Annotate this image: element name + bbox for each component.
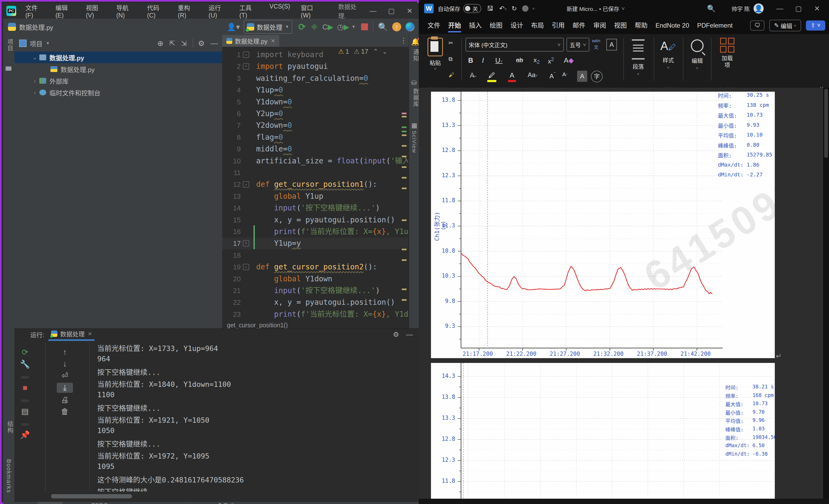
menu-导航(N)[interactable]: 导航(N) <box>111 3 142 19</box>
tool-strip-database[interactable]: 数据库 <box>411 88 420 107</box>
debug-icon[interactable]: 🞜 <box>311 22 318 32</box>
kebab-menu-icon[interactable]: ⋮ <box>400 36 407 45</box>
code-line[interactable]: 21 input('按下空格键继续...') <box>222 285 408 296</box>
tool-strip-notifications[interactable]: 通知 <box>411 49 420 62</box>
folder-icon[interactable] <box>6 66 11 71</box>
code-line[interactable]: 13 global Y1up <box>222 190 408 202</box>
profiler-icon[interactable]: ◷▶ <box>337 23 350 31</box>
coverage-icon[interactable]: C▶ <box>322 23 333 31</box>
tab-开始[interactable]: 开始 <box>444 17 465 34</box>
error-stripe[interactable] <box>400 47 408 321</box>
tab-邮件[interactable]: 邮件 <box>569 17 589 34</box>
word-maximize-button[interactable]: ▢ <box>789 4 808 13</box>
word-document-canvas[interactable]: 13.813.312.812.311.811.310.810.39.89.321… <box>419 88 829 504</box>
copy-icon[interactable]: ⧉ <box>448 56 453 62</box>
update-icon[interactable]: ↑ <box>392 22 401 31</box>
chevron-down-icon[interactable]: ˅ <box>532 6 535 11</box>
code-line[interactable]: 11 <box>222 167 408 179</box>
change-case-button[interactable]: Aa˅ <box>528 71 538 79</box>
menu-VCS(S)[interactable]: VCS(S) <box>264 3 295 19</box>
hide-panel-icon[interactable]: — <box>406 330 413 339</box>
code-line[interactable]: 20 global Y1down <box>222 273 408 285</box>
locate-file-icon[interactable]: ⊕ <box>157 39 164 48</box>
shrink-font-button[interactable]: Aˇ <box>562 71 568 79</box>
print-icon[interactable]: 🖨 <box>57 395 73 404</box>
notification-bell-icon[interactable]: 🔔 <box>411 38 420 46</box>
word-minimize-button[interactable]: — <box>770 4 789 13</box>
tool-strip-bookmarks[interactable]: Bookmarks <box>5 459 12 493</box>
gear-icon[interactable]: ⚙ <box>393 330 399 339</box>
menu-工具(T)[interactable]: 工具(T) <box>234 3 264 19</box>
menu-编辑(E)[interactable]: 编辑(E) <box>50 3 81 19</box>
tree-item[interactable]: 数据处理.py <box>14 63 222 75</box>
styles-button[interactable]: A🖊 样式 ˅ <box>658 39 679 70</box>
font-size-select[interactable]: 五号˅ <box>567 38 589 51</box>
fold-marker[interactable]: + <box>243 240 249 247</box>
code-line[interactable]: 6Y2up=0 <box>222 108 408 119</box>
code-line[interactable]: 5Y1down=0 <box>222 96 408 108</box>
code-line[interactable]: 16 print(f'当前光标位置: X={x}, Y1up= <box>222 226 408 238</box>
enclose-char-button[interactable]: 字 <box>591 71 603 82</box>
tree-expander[interactable]: › <box>30 89 39 96</box>
menu-代码(C)[interactable]: 代码(C) <box>142 3 173 19</box>
close-icon[interactable]: ✕ <box>271 38 275 44</box>
chevron-down-icon[interactable]: ▼ <box>46 41 50 46</box>
scroll-to-end-icon[interactable]: ⤓ <box>57 383 73 393</box>
fold-marker[interactable]: + <box>243 63 249 70</box>
code-line[interactable]: 22 x, y = pyautogui.position() <box>222 296 408 308</box>
toolwindow-stub[interactable]: ⚠ 问题 <box>132 502 151 504</box>
font-name-select[interactable]: 宋体 (中文正文)˅ <box>466 38 564 51</box>
code-line[interactable]: 23 print(f'当前光标位置: X={x}, Y1dow <box>222 309 408 320</box>
grow-font-button[interactable]: Aˆ <box>549 71 555 80</box>
tool-strip-sciview[interactable]: SciView <box>411 131 417 153</box>
word-vscrollbar[interactable] <box>823 88 829 504</box>
code-line[interactable]: 18 <box>222 249 408 261</box>
document-title[interactable]: 新建 Micro... • 已保存 <box>567 4 619 12</box>
soft-wrap-icon[interactable]: ⏎ <box>57 371 73 380</box>
shading-button[interactable]: A <box>577 71 587 82</box>
highlight-button[interactable]: 🖉 <box>487 71 496 82</box>
toolwindow-stub[interactable]: ≡ TODO <box>86 502 108 504</box>
code-line[interactable]: 17+ Y1up=y <box>222 238 408 249</box>
menu-窗口(W)[interactable]: 窗口(W) <box>295 3 328 19</box>
tab-文件[interactable]: 文件 <box>424 17 444 34</box>
phonetic-guide-icon[interactable]: wén文 <box>592 38 600 50</box>
settings-icon[interactable]: 🔧 <box>17 359 33 369</box>
quick-access-icon[interactable] <box>522 5 529 12</box>
chevron-down-icon[interactable]: ▼ <box>352 25 356 29</box>
console-tab[interactable]: 数据处理 ✕ <box>48 328 95 341</box>
save-icon[interactable]: 🖫 <box>487 5 494 12</box>
undo-icon[interactable]: ↶˅ <box>499 5 507 12</box>
italic-button[interactable]: I <box>482 56 484 65</box>
toolwindow-stub[interactable]: ⬆ Python <box>217 502 242 504</box>
console-output[interactable]: 当前光标位置: X=1733, Y1up=964964按下空格键继续...当前光… <box>97 343 416 492</box>
expand-all-icon[interactable]: ⇱ <box>169 39 175 47</box>
toolwindow-stub[interactable]: ▸ 运行 <box>38 502 63 504</box>
tree-expander[interactable]: › <box>30 78 39 84</box>
menu-文件(F)[interactable]: 文件(F) <box>20 3 50 19</box>
addins-button[interactable]: 加载项 <box>715 38 739 69</box>
code-with-me-icon[interactable] <box>405 22 414 31</box>
code-line[interactable]: 2+import pyautogui <box>222 61 408 72</box>
tab-视图[interactable]: 视图 <box>610 17 631 34</box>
database-icon[interactable]: ⛁ <box>411 79 417 86</box>
rerun-icon[interactable]: ⟳ <box>298 22 306 32</box>
tab-设计[interactable]: 设计 <box>506 17 527 34</box>
superscript-button[interactable]: x2 <box>548 56 554 65</box>
code-line[interactable]: 9middle=0 <box>222 143 408 155</box>
char-border-icon[interactable]: A <box>606 39 617 50</box>
menu-视图(V)[interactable]: 视图(V) <box>80 3 111 19</box>
font-color-button[interactable]: A <box>508 71 516 82</box>
code-line[interactable]: 14 input('按下空格键继续...') <box>222 202 408 214</box>
editing-button[interactable]: 编辑 ˅ <box>687 39 707 70</box>
pin-icon[interactable]: 📌 <box>17 430 33 439</box>
menu-运行(U)[interactable]: 运行(U) <box>203 3 234 19</box>
fold-marker[interactable]: ⌄ <box>243 264 249 270</box>
word-close-button[interactable]: ✕ <box>808 4 826 13</box>
tab-PDFelement[interactable]: PDFelement <box>693 17 736 34</box>
search-icon[interactable]: 🔍 <box>707 4 716 13</box>
stop-icon[interactable]: ■ <box>17 383 33 392</box>
clear-format-icon[interactable]: A̶ <box>470 71 474 79</box>
clear-icon[interactable]: 🗑 <box>57 407 73 416</box>
code-line[interactable]: 8flag=0 <box>222 132 408 143</box>
